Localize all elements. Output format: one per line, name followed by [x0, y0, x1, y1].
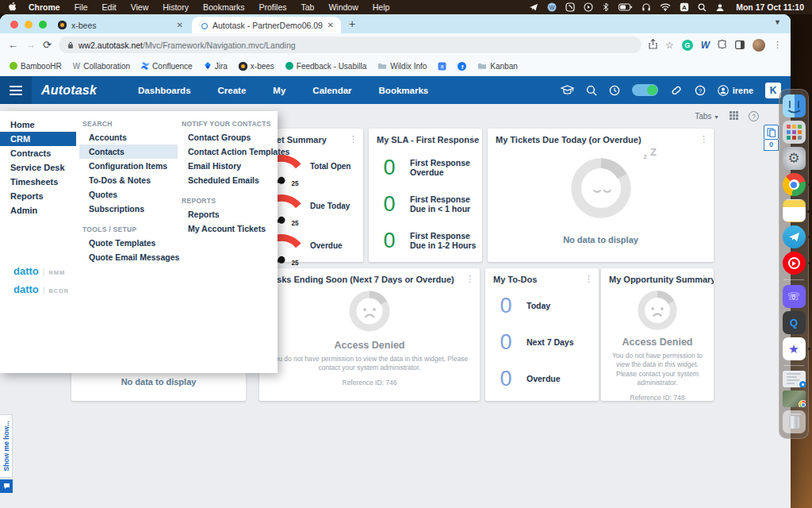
- bookmark-facebook[interactable]: f: [458, 62, 466, 71]
- link-icon[interactable]: [670, 86, 683, 95]
- menu-item-todos-notes[interactable]: To-Dos & Notes: [79, 173, 178, 187]
- recent-items-clock-icon[interactable]: [609, 85, 620, 96]
- bookmark-x-bees[interactable]: x-bees: [239, 62, 274, 71]
- menu-item-subscriptions[interactable]: Subscriptions: [79, 202, 178, 216]
- input-source-status-icon[interactable]: A: [680, 2, 689, 12]
- minimized-window-safari[interactable]: [783, 371, 806, 387]
- menu-item-email-history[interactable]: Email History: [178, 159, 277, 173]
- battery-status-icon[interactable]: [619, 3, 633, 11]
- autotask-logo[interactable]: Autotask: [41, 83, 97, 98]
- window-minimize-button[interactable]: [25, 21, 33, 29]
- nav-create[interactable]: Create: [218, 86, 247, 95]
- stat-row[interactable]: 0 Today: [485, 287, 599, 324]
- quicktime-dock-icon[interactable]: Q: [783, 311, 806, 334]
- profile-avatar[interactable]: [753, 39, 765, 52]
- menu-item-my-account-tickets[interactable]: My Account Tickets: [178, 221, 277, 236]
- menu-item-crm[interactable]: CRM: [0, 132, 76, 146]
- datto-bcdr-link[interactable]: datto | BCDR: [13, 283, 69, 295]
- fast-user-switch-status-icon[interactable]: [715, 3, 725, 12]
- menu-item-contact-action-templates[interactable]: Contact Action Templates: [178, 144, 277, 159]
- user-menu[interactable]: irene: [718, 85, 753, 96]
- window-close-button[interactable]: [10, 21, 18, 29]
- viber-status-icon[interactable]: [565, 2, 575, 12]
- search-icon[interactable]: [586, 85, 597, 96]
- ui-toggle-switch[interactable]: [632, 84, 658, 96]
- spotlight-status-icon[interactable]: [698, 3, 707, 12]
- window-zoom-button[interactable]: [39, 21, 47, 29]
- back-button[interactable]: ←: [8, 39, 18, 51]
- main-menu-hamburger[interactable]: [0, 76, 32, 104]
- share-icon[interactable]: [649, 38, 657, 52]
- help-icon[interactable]: ?: [695, 85, 706, 96]
- menu-window[interactable]: Window: [321, 2, 365, 12]
- learning-graduation-cap-icon[interactable]: [561, 85, 574, 95]
- tab-autotask[interactable]: Autotask - PartnerDemo06.09 ✕: [192, 17, 341, 33]
- bookmark-folder-kanban[interactable]: Kanban: [477, 62, 517, 71]
- bookmark-jira[interactable]: Jira: [204, 62, 228, 71]
- nav-dashboards[interactable]: Dashboards: [138, 86, 190, 95]
- menubar-app-name[interactable]: Chrome: [21, 2, 67, 12]
- widget-menu-icon[interactable]: ⋮: [468, 134, 477, 144]
- menu-help[interactable]: Help: [366, 2, 397, 12]
- star-app-dock-icon[interactable]: ★: [783, 337, 806, 360]
- bluetooth-status-icon[interactable]: [602, 2, 610, 12]
- menu-item-timesheets[interactable]: Timesheets: [0, 175, 76, 189]
- browser-menu-icon[interactable]: ⋮: [773, 40, 783, 50]
- show-me-how-tab[interactable]: Show me how...: [0, 414, 13, 478]
- forward-button[interactable]: →: [25, 39, 36, 51]
- tab-search-chevron-icon[interactable]: ▼: [774, 18, 781, 26]
- menu-item-home[interactable]: Home: [0, 117, 76, 132]
- show-me-how-chat-icon[interactable]: [0, 479, 13, 493]
- menu-item-contact-groups[interactable]: Contact Groups: [178, 130, 277, 144]
- telegram-dock-icon[interactable]: [783, 225, 806, 248]
- widget-menu-icon[interactable]: ⋮: [699, 134, 708, 144]
- trash-dock-icon[interactable]: [783, 410, 806, 433]
- tab-close-icon[interactable]: ✕: [177, 21, 183, 29]
- menu-profiles[interactable]: Profiles: [251, 2, 293, 12]
- wikipedia-status-icon[interactable]: W: [547, 2, 557, 12]
- tray-document-icon[interactable]: [764, 125, 779, 140]
- stat-row[interactable]: 0 First Response Due in 1-2 Hours: [369, 222, 482, 259]
- wildix-extension-icon[interactable]: W: [701, 40, 710, 51]
- address-bar[interactable]: ww2.autotask.net/Mvc/Framework/Navigatio…: [59, 37, 642, 53]
- bookmark-confluence[interactable]: Confluence: [141, 62, 193, 71]
- nav-calendar[interactable]: Calendar: [312, 86, 351, 95]
- grammarly-extension-icon[interactable]: G: [682, 40, 693, 51]
- menu-file[interactable]: File: [67, 2, 95, 12]
- side-panel-icon[interactable]: [735, 38, 745, 52]
- stat-row[interactable]: 0 First Response Due in < 1 hour: [369, 186, 482, 222]
- bookmark-star-icon[interactable]: ☆: [665, 40, 674, 51]
- menu-item-scheduled-emails[interactable]: Scheduled Emails: [178, 173, 277, 187]
- bookmark-folder-wildix-info[interactable]: Wildix Info: [377, 62, 427, 71]
- menu-item-contacts[interactable]: Contacts: [79, 144, 178, 159]
- finder-dock-icon[interactable]: [783, 94, 806, 117]
- bookmark-bamboohr[interactable]: BambooHR: [10, 62, 62, 71]
- datto-rmm-link[interactable]: datto | RMM: [13, 265, 69, 277]
- system-settings-dock-icon[interactable]: ⚙: [783, 147, 806, 170]
- viber-dock-icon[interactable]: ☏: [783, 285, 806, 308]
- tab-x-bees[interactable]: x-bees ✕: [51, 17, 190, 33]
- menu-item-quote-email-messages[interactable]: Quote Email Messages: [79, 250, 178, 264]
- minimized-tray[interactable]: 0: [764, 125, 779, 151]
- extensions-puzzle-icon[interactable]: [718, 38, 727, 52]
- apple-icon[interactable]: [8, 2, 17, 12]
- nav-bookmarks[interactable]: Bookmarks: [379, 86, 429, 95]
- wifi-status-icon[interactable]: [660, 3, 671, 11]
- dashboard-help-icon[interactable]: ?: [749, 111, 759, 121]
- notes-dock-icon[interactable]: [783, 199, 806, 222]
- stat-row[interactable]: 0 First Response Overdue: [369, 149, 482, 186]
- menu-item-contracts[interactable]: Contracts: [0, 146, 76, 160]
- menu-item-configuration-items[interactable]: Configuration Items: [79, 159, 178, 173]
- menu-item-accounts[interactable]: Accounts: [79, 130, 178, 144]
- menu-history[interactable]: History: [155, 2, 196, 12]
- widget-menu-icon[interactable]: ⋮: [349, 134, 358, 144]
- bookmark-usabilla[interactable]: Feedback - Usabilla: [285, 62, 366, 71]
- nav-my[interactable]: My: [273, 86, 285, 95]
- dashboard-grid-icon[interactable]: [730, 111, 738, 121]
- minimized-window-chrome[interactable]: [783, 391, 806, 407]
- headphones-status-icon[interactable]: [642, 2, 651, 12]
- widget-menu-icon[interactable]: ⋮: [465, 274, 474, 284]
- stat-row[interactable]: 0 Next 7 Days: [485, 324, 599, 360]
- bookmark-collaboration[interactable]: WCollaboration: [73, 62, 130, 71]
- launchpad-dock-icon[interactable]: [783, 121, 806, 144]
